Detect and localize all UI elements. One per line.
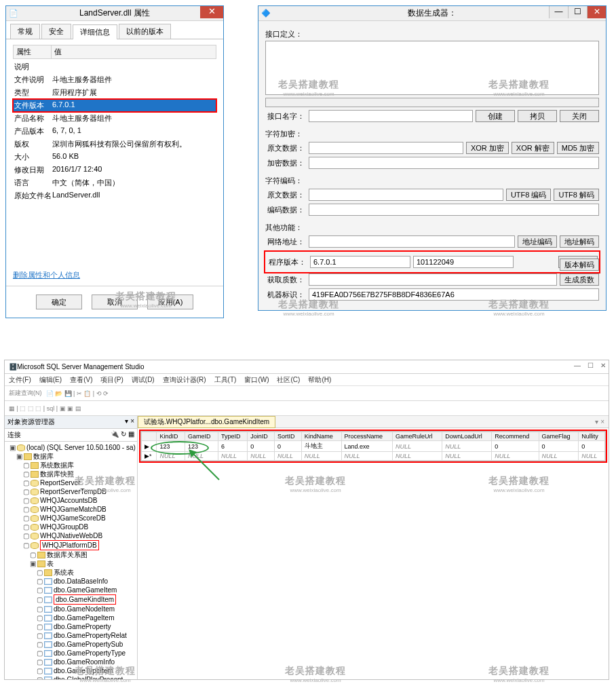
close-button[interactable]: 关闭 [560,110,599,122]
version-input-a[interactable] [310,256,410,268]
menu-item[interactable]: 社区(C) [277,375,300,385]
tree-node[interactable]: ▢数据库快照 [9,470,137,478]
property-row[interactable]: 文件说明斗地主服务器组件 [13,73,216,86]
menu-item[interactable]: 文件(F) [9,375,31,385]
tree-node[interactable]: ▢WHQJPlatformDB [9,540,137,550]
create-button[interactable]: 创建 [476,110,515,122]
tree-node[interactable]: ▢WHQJAccountsDB [9,496,137,505]
toolbar-icons-2[interactable]: ▦ | ⬚ ⬚ ⬚ | sql | ▣ ▣ ▤ [9,405,81,412]
tree-node[interactable]: ▢dbo.GameRoomInfo [9,658,137,666]
menu-item[interactable]: 查看(V) [70,375,92,385]
property-row[interactable]: 版权深圳市网狐科技有限公司保留所有权利。 [13,138,216,151]
menu-item[interactable]: 项目(P) [100,375,123,385]
utf8-encode-button[interactable]: UTF8 编码 [506,189,552,201]
tree-node[interactable]: ▢ReportServer [9,478,137,487]
tab-0[interactable]: 常规 [10,24,40,39]
tree-node[interactable]: ▢dbo.GameKindItem [9,594,137,605]
tree-node[interactable]: ▢系统表 [9,568,137,577]
tree-node[interactable]: ▢dbo.GameNodeItem [9,605,137,613]
tree-node[interactable]: ▢WHQJGroupDB [9,522,137,531]
xor-encrypt-button[interactable]: XOR 加密 [466,142,509,154]
tab-1[interactable]: 安全 [41,24,71,39]
encrypt-data-input[interactable] [309,157,599,169]
tree-node[interactable]: ▢dbo.GamePropertySub [9,640,137,649]
property-row[interactable]: 修改日期2016/1/7 12:40 [13,164,216,176]
tree-node[interactable]: ▢WHQJGameMatchDB [9,505,137,514]
property-row[interactable]: 原始文件名LandServer.dll [13,189,216,202]
tree-node[interactable]: ▣表 [9,559,137,568]
close-button[interactable]: ✕ [600,362,606,369]
addr-encode-button[interactable]: 地址编码 [518,235,557,248]
tab-3[interactable]: 以前的版本 [119,24,171,39]
remove-properties-link[interactable]: 删除属性和个人信息 [13,270,80,280]
tree-node[interactable]: ▢dbo.DataBaseInfo [9,577,137,586]
menu-item[interactable]: 工具(T) [214,375,237,385]
explorer-toolbar[interactable]: 🔌 ↻ ▦ [111,430,134,440]
property-row[interactable]: 说明 [13,60,216,73]
tree-node[interactable]: ▢ReportServerTempDB [9,487,137,496]
connect-label[interactable]: 连接 [7,430,21,440]
close-button[interactable]: ✕ [587,6,606,18]
menu-item[interactable]: 窗口(W) [244,375,269,385]
toolbar-icons[interactable]: 📄 📂 💾 | ✂ 📋 | ⟲ ⟳ [46,390,109,397]
minimize-button[interactable]: — [549,6,568,18]
cancel-button[interactable]: 取消 [92,294,138,309]
tree-node[interactable]: ▢数据库关系图 [9,550,137,559]
tree-node[interactable]: ▢dbo.GameProperty [9,622,137,631]
version-input-b[interactable] [413,256,514,268]
tree-node[interactable]: ▣(local) (SQL Server 10.50.1600 - sa) [9,443,137,452]
interface-def-input[interactable] [265,41,599,95]
tree-node[interactable]: ▢WHQJGameScoreDB [9,514,137,522]
maximize-button[interactable]: ☐ [588,362,594,369]
titlebar[interactable]: 🔷 数据生成器： — ☐ ✕ [258,6,606,21]
apply-button[interactable]: 应用(A) [147,294,193,309]
menu-item[interactable]: 调试(D) [132,375,155,385]
menu-item[interactable]: 编辑(E) [39,375,62,385]
net-addr-input[interactable] [309,235,515,248]
tree-node[interactable]: ▢dbo.GamePageItem [9,613,137,622]
tree-node[interactable]: ▢dbo.GameTypeItem [9,666,137,675]
property-row[interactable]: 类型应用程序扩展 [13,86,216,99]
ok-button[interactable]: 确定 [36,294,82,309]
new-query-button[interactable]: 新建查询(N) [9,389,42,398]
property-row[interactable]: 文件版本6.7.0.1 [13,99,216,112]
tree-node[interactable]: ▢dbo.GameGameItem [9,586,137,594]
property-row[interactable]: 产品版本6, 7, 0, 1 [13,125,216,138]
panel-controls[interactable]: ▾ × [125,417,134,427]
encode-data-input[interactable] [309,204,599,216]
titlebar[interactable]: 🗄️ Microsoft SQL Server Management Studi… [5,360,609,374]
maximize-button[interactable]: ☐ [568,6,587,18]
property-row[interactable]: 语言中文（简体，中国） [13,176,216,189]
tab-close-icon[interactable]: ▾ × [595,418,604,425]
tree-node[interactable]: ▣数据库 [9,452,137,461]
tab-2[interactable]: 详细信息 [73,24,117,39]
menu-item[interactable]: 查询设计器(R) [163,375,206,385]
result-grid[interactable]: KindIDGameIDTypeIDJoinIDSortIDKindNamePr… [140,431,606,461]
scrollbar[interactable] [265,98,599,107]
property-row[interactable]: 产品名称斗地主服务器组件 [13,112,216,125]
interface-name-input[interactable] [309,110,473,122]
prime-input[interactable] [309,273,557,286]
xor-decrypt-button[interactable]: XOR 解密 [512,142,554,154]
minimize-button[interactable]: — [574,362,581,369]
tree-node[interactable]: ▢dbo.GamePropertyRelat [9,631,137,640]
md5-encrypt-button[interactable]: MD5 加密 [557,142,599,154]
orig-data-input[interactable] [309,142,463,154]
version-decode-button[interactable]: 版本解码 [560,259,599,271]
machine-id-input[interactable] [309,288,599,301]
tree-node[interactable]: ▢dbo.GamePropertyType [9,649,137,658]
copy-button[interactable]: 拷贝 [518,110,557,122]
tree-node[interactable]: ▢系统数据库 [9,461,137,470]
orig-data-input-2[interactable] [309,189,503,201]
addr-decode-button[interactable]: 地址解码 [560,235,599,248]
titlebar[interactable]: 📄 LandServer.dll 属性 ✕ [6,6,223,21]
utf8-decode-button[interactable]: UTF8 解码 [554,189,599,201]
close-button[interactable]: ✕ [200,6,223,18]
tree-node[interactable]: ▢WHQJNativeWebDB [9,531,137,540]
tree-node[interactable]: ▢dbo.GlobalPlayPresent [9,675,137,679]
property-row[interactable]: 大小56.0 KB [13,151,216,164]
document-tab[interactable]: 试验场.WHQJPlatfor...dbo.GameKindItem [138,416,275,428]
gen-prime-button[interactable]: 生成质数 [560,273,599,286]
tree[interactable]: ▣(local) (SQL Server 10.50.1600 - sa)▣数据… [5,442,137,679]
menu-item[interactable]: 帮助(H) [308,375,331,385]
